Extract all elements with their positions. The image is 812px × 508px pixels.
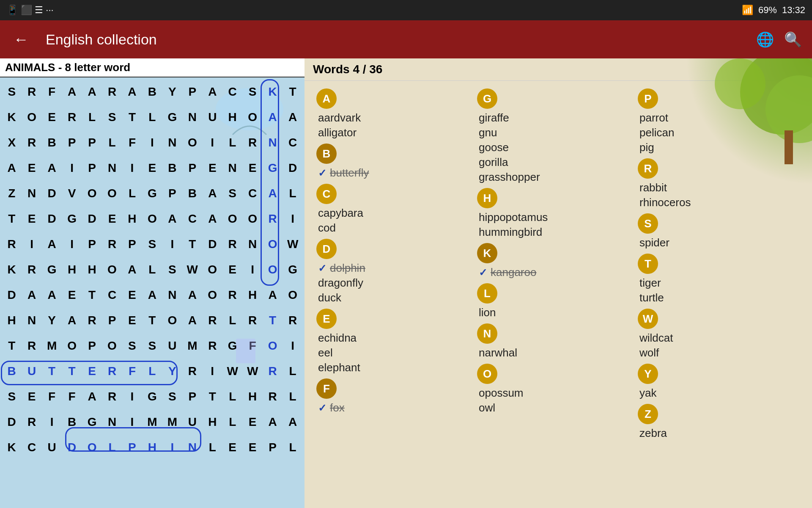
grid-cell[interactable]: D xyxy=(62,435,82,460)
grid-cell[interactable]: O xyxy=(162,308,182,333)
word-item[interactable]: rabbit xyxy=(638,180,792,195)
grid-cell[interactable]: R xyxy=(263,359,283,384)
grid-cell[interactable]: L xyxy=(142,257,162,282)
grid-cell[interactable]: N xyxy=(22,181,41,206)
grid-cell[interactable]: F xyxy=(62,384,82,409)
grid-cell[interactable]: L xyxy=(222,308,242,333)
grid-cell[interactable]: K xyxy=(2,435,22,460)
grid-cell[interactable]: C xyxy=(242,181,262,206)
grid-cell[interactable]: N xyxy=(242,232,262,257)
grid-cell[interactable]: B xyxy=(162,155,182,181)
grid-cell[interactable]: E xyxy=(122,308,142,333)
grid-cell[interactable]: F xyxy=(42,79,62,105)
grid-cell[interactable]: S xyxy=(2,79,22,105)
grid-cell[interactable]: A xyxy=(263,181,283,206)
word-item[interactable]: goose xyxy=(477,140,631,155)
grid-cell[interactable]: H xyxy=(142,435,162,460)
grid-cell[interactable]: B xyxy=(62,409,82,435)
grid-cell[interactable]: D xyxy=(2,282,22,308)
grid-cell[interactable]: R xyxy=(222,232,242,257)
grid-cell[interactable]: E xyxy=(22,155,41,181)
grid-cell[interactable]: N xyxy=(162,282,182,308)
grid-cell[interactable]: B xyxy=(42,130,62,155)
grid-cell[interactable]: P xyxy=(82,155,102,181)
grid-cell[interactable]: I xyxy=(142,130,162,155)
grid-cell[interactable]: S xyxy=(122,333,142,359)
grid-cell[interactable]: O xyxy=(22,105,41,130)
grid-cell[interactable]: T xyxy=(42,359,62,384)
grid-cell[interactable]: E xyxy=(242,155,262,181)
grid-cell[interactable]: L xyxy=(102,435,122,460)
grid-cell[interactable]: T xyxy=(62,359,82,384)
grid-cell[interactable]: L xyxy=(82,105,102,130)
grid-cell[interactable]: L xyxy=(102,130,122,155)
grid-cell[interactable]: A xyxy=(62,308,82,333)
grid-cell[interactable]: E xyxy=(242,435,262,460)
grid-cell[interactable]: T xyxy=(82,282,102,308)
grid-cell[interactable]: L xyxy=(142,105,162,130)
grid-cell[interactable]: M xyxy=(182,333,202,359)
grid-cell[interactable]: U xyxy=(42,435,62,460)
grid-cell[interactable]: A xyxy=(263,409,283,435)
grid-cell[interactable]: P xyxy=(162,181,182,206)
grid-cell[interactable]: I xyxy=(283,333,303,359)
word-item[interactable]: pelican xyxy=(638,125,792,140)
grid-cell[interactable]: T xyxy=(182,232,202,257)
grid-cell[interactable]: O xyxy=(283,282,303,308)
grid-cell[interactable]: H xyxy=(82,257,102,282)
grid-cell[interactable]: R xyxy=(182,359,202,384)
word-item[interactable]: lion xyxy=(477,305,631,320)
word-item[interactable]: ✓kangaroo xyxy=(477,265,631,280)
grid-cell[interactable]: P xyxy=(263,435,283,460)
grid-cell[interactable]: A xyxy=(42,232,62,257)
grid-cell[interactable]: E xyxy=(42,105,62,130)
grid-cell[interactable]: L xyxy=(122,181,142,206)
grid-cell[interactable]: G xyxy=(222,333,242,359)
grid-cell[interactable]: H xyxy=(242,282,262,308)
grid-cell[interactable]: O xyxy=(102,181,122,206)
grid-cell[interactable]: P xyxy=(122,435,142,460)
grid-cell[interactable]: H xyxy=(203,409,222,435)
grid-cell[interactable]: H xyxy=(222,105,242,130)
grid-cell[interactable]: L xyxy=(283,384,303,409)
word-item[interactable]: opossum xyxy=(477,386,631,400)
grid-cell[interactable]: O xyxy=(242,206,262,232)
grid-cell[interactable]: X xyxy=(2,130,22,155)
grid-cell[interactable]: I xyxy=(42,409,62,435)
back-button[interactable]: ← xyxy=(10,27,32,52)
grid-cell[interactable]: H xyxy=(2,308,22,333)
grid-cell[interactable]: P xyxy=(182,155,202,181)
grid-cell[interactable]: A xyxy=(182,308,202,333)
grid-cell[interactable]: O xyxy=(263,232,283,257)
grid-cell[interactable]: R xyxy=(22,409,41,435)
grid-cell[interactable]: T xyxy=(142,308,162,333)
grid-cell[interactable]: A xyxy=(62,79,82,105)
word-item[interactable]: eel xyxy=(316,345,470,360)
grid-cell[interactable]: P xyxy=(122,232,142,257)
grid-cell[interactable]: P xyxy=(62,130,82,155)
grid-cell[interactable]: P xyxy=(82,130,102,155)
grid-cell[interactable]: O xyxy=(203,282,222,308)
grid-cell[interactable]: G xyxy=(283,257,303,282)
grid-cell[interactable]: G xyxy=(162,105,182,130)
word-item[interactable]: wolf xyxy=(638,345,792,360)
grid-cell[interactable]: O xyxy=(263,333,283,359)
grid-cell[interactable]: S xyxy=(162,384,182,409)
grid-cell[interactable]: A xyxy=(142,282,162,308)
grid-cell[interactable]: B xyxy=(2,359,22,384)
grid-cell[interactable]: T xyxy=(122,105,142,130)
grid-cell[interactable]: R xyxy=(203,333,222,359)
grid-cell[interactable]: O xyxy=(203,257,222,282)
grid-cell[interactable]: K xyxy=(2,257,22,282)
grid-cell[interactable]: W xyxy=(283,232,303,257)
grid-cell[interactable]: O xyxy=(82,435,102,460)
word-item[interactable]: gorilla xyxy=(477,155,631,170)
word-item[interactable]: rhinoceros xyxy=(638,195,792,210)
grid-cell[interactable]: I xyxy=(122,384,142,409)
grid-cell[interactable]: I xyxy=(122,155,142,181)
grid-cell[interactable]: L xyxy=(283,359,303,384)
grid-cell[interactable]: E xyxy=(142,155,162,181)
grid-cell[interactable]: C xyxy=(182,206,202,232)
grid-cell[interactable]: S xyxy=(142,232,162,257)
word-item[interactable]: hummingbird xyxy=(477,225,631,240)
